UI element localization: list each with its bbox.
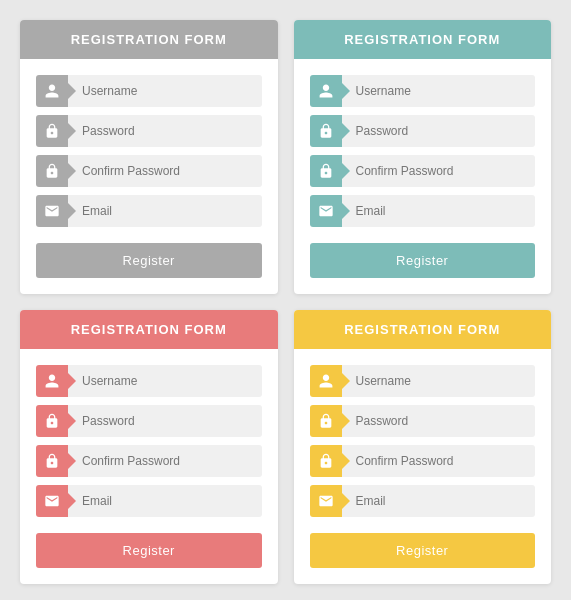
field-row-email [310,195,536,227]
register-button[interactable]: Register [310,533,536,568]
password-input[interactable] [342,115,536,147]
lock-icon [36,155,68,187]
field-row-username [310,365,536,397]
field-row-confirm-password [310,155,536,187]
lock-icon [310,115,342,147]
form-body: Register [20,59,278,294]
username-input[interactable] [342,75,536,107]
field-row-email [36,195,262,227]
field-row-confirm-password [310,445,536,477]
register-button[interactable]: Register [36,243,262,278]
email-input[interactable] [68,485,262,517]
field-row-confirm-password [36,155,262,187]
user-icon [36,365,68,397]
username-input[interactable] [68,365,262,397]
field-row-username [36,75,262,107]
email-icon [36,195,68,227]
form-title: REGISTRATION FORM [20,20,278,59]
form-title: REGISTRATION FORM [294,20,552,59]
lock-icon [36,405,68,437]
field-row-password [36,115,262,147]
email-icon [310,195,342,227]
password-input[interactable] [68,405,262,437]
field-row-email [36,485,262,517]
email-icon [36,485,68,517]
password-input[interactable] [342,405,536,437]
forms-grid: REGISTRATION FORMRegisterREGISTRATION FO… [0,0,571,600]
form-title: REGISTRATION FORM [294,310,552,349]
lock-icon [36,115,68,147]
lock-icon [36,445,68,477]
register-button[interactable]: Register [36,533,262,568]
email-icon [310,485,342,517]
field-row-email [310,485,536,517]
password-input[interactable] [68,115,262,147]
confirm-password-input[interactable] [342,155,536,187]
field-row-password [310,405,536,437]
email-input[interactable] [68,195,262,227]
user-icon [36,75,68,107]
email-input[interactable] [342,195,536,227]
field-row-password [36,405,262,437]
email-input[interactable] [342,485,536,517]
user-icon [310,365,342,397]
field-row-confirm-password [36,445,262,477]
form-body: Register [20,349,278,584]
user-icon [310,75,342,107]
lock-icon [310,445,342,477]
confirm-password-input[interactable] [68,155,262,187]
register-button[interactable]: Register [310,243,536,278]
lock-icon [310,155,342,187]
form-title: REGISTRATION FORM [20,310,278,349]
lock-icon [310,405,342,437]
field-row-username [310,75,536,107]
field-row-password [310,115,536,147]
confirm-password-input[interactable] [342,445,536,477]
form-body: Register [294,59,552,294]
registration-form-red: REGISTRATION FORMRegister [20,310,278,584]
field-row-username [36,365,262,397]
username-input[interactable] [342,365,536,397]
form-body: Register [294,349,552,584]
confirm-password-input[interactable] [68,445,262,477]
registration-form-yellow: REGISTRATION FORMRegister [294,310,552,584]
username-input[interactable] [68,75,262,107]
registration-form-teal: REGISTRATION FORMRegister [294,20,552,294]
registration-form-gray: REGISTRATION FORMRegister [20,20,278,294]
